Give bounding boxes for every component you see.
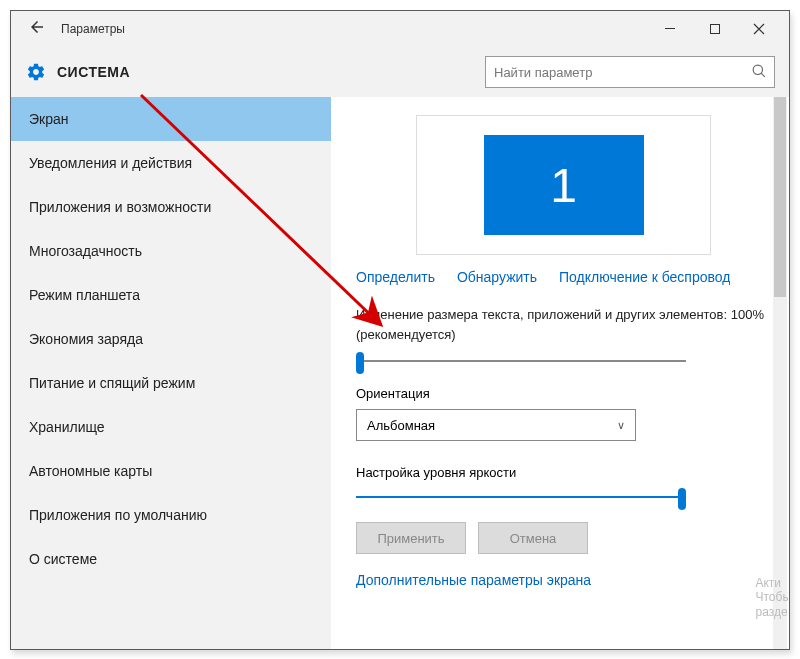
sidebar-item-tablet[interactable]: Режим планшета — [11, 273, 331, 317]
detect-link[interactable]: Обнаружить — [457, 269, 537, 285]
sidebar-item-maps[interactable]: Автономные карты — [11, 449, 331, 493]
content-pane: 1 Определить Обнаружить Подключение к бе… — [331, 97, 789, 649]
scrollbar[interactable] — [773, 97, 787, 649]
sidebar-item-apps[interactable]: Приложения и возможности — [11, 185, 331, 229]
sidebar-item-power[interactable]: Питание и спящий режим — [11, 361, 331, 405]
cancel-button[interactable]: Отмена — [478, 522, 588, 554]
advanced-display-link[interactable]: Дополнительные параметры экрана — [356, 572, 771, 588]
minimize-button[interactable] — [649, 14, 693, 44]
maximize-icon — [710, 24, 721, 35]
chevron-down-icon: ∨ — [617, 419, 625, 432]
settings-window: Параметры СИСТЕМА Экран Уведо — [10, 10, 790, 650]
sidebar: Экран Уведомления и действия Приложения … — [11, 97, 331, 649]
monitor-tile-1[interactable]: 1 — [484, 135, 644, 235]
window-title: Параметры — [61, 22, 125, 36]
orientation-combo[interactable]: Альбомная ∨ — [356, 409, 636, 441]
subheader: СИСТЕМА — [11, 47, 789, 97]
apply-cancel-row: Применить Отмена — [356, 522, 771, 554]
scale-label: Изменение размера текста, приложений и д… — [356, 305, 771, 344]
apply-button[interactable]: Применить — [356, 522, 466, 554]
arrow-left-icon — [28, 18, 46, 36]
window-controls — [649, 14, 781, 44]
scale-slider[interactable] — [356, 360, 686, 362]
scrollbar-thumb[interactable] — [774, 97, 786, 297]
sidebar-item-notifications[interactable]: Уведомления и действия — [11, 141, 331, 185]
section-title: СИСТЕМА — [57, 64, 130, 80]
search-box[interactable] — [485, 56, 775, 88]
display-link-row: Определить Обнаружить Подключение к бесп… — [356, 269, 771, 285]
sidebar-item-display[interactable]: Экран — [11, 97, 331, 141]
display-arrangement[interactable]: 1 — [416, 115, 711, 255]
wireless-link[interactable]: Подключение к беспровод — [559, 269, 730, 285]
sidebar-item-multitasking[interactable]: Многозадачность — [11, 229, 331, 273]
scale-slider-thumb[interactable] — [356, 352, 364, 374]
brightness-slider[interactable] — [356, 496, 686, 498]
close-button[interactable] — [737, 14, 781, 44]
identify-link[interactable]: Определить — [356, 269, 435, 285]
minimize-icon — [665, 23, 677, 35]
monitor-number: 1 — [550, 158, 577, 213]
brightness-slider-thumb[interactable] — [678, 488, 686, 510]
orientation-value: Альбомная — [367, 418, 435, 433]
maximize-button[interactable] — [693, 14, 737, 44]
search-icon — [752, 64, 766, 81]
brightness-label: Настройка уровня яркости — [356, 465, 771, 480]
svg-rect-0 — [665, 28, 675, 29]
titlebar: Параметры — [11, 11, 789, 47]
search-input[interactable] — [494, 65, 752, 80]
sidebar-item-defaults[interactable]: Приложения по умолчанию — [11, 493, 331, 537]
orientation-label: Ориентация — [356, 386, 771, 401]
back-button[interactable] — [19, 18, 55, 41]
sidebar-item-storage[interactable]: Хранилище — [11, 405, 331, 449]
body: Экран Уведомления и действия Приложения … — [11, 97, 789, 649]
close-icon — [753, 23, 765, 35]
sidebar-item-about[interactable]: О системе — [11, 537, 331, 581]
svg-rect-1 — [710, 24, 719, 33]
sidebar-item-battery[interactable]: Экономия заряда — [11, 317, 331, 361]
gear-icon — [25, 61, 47, 83]
